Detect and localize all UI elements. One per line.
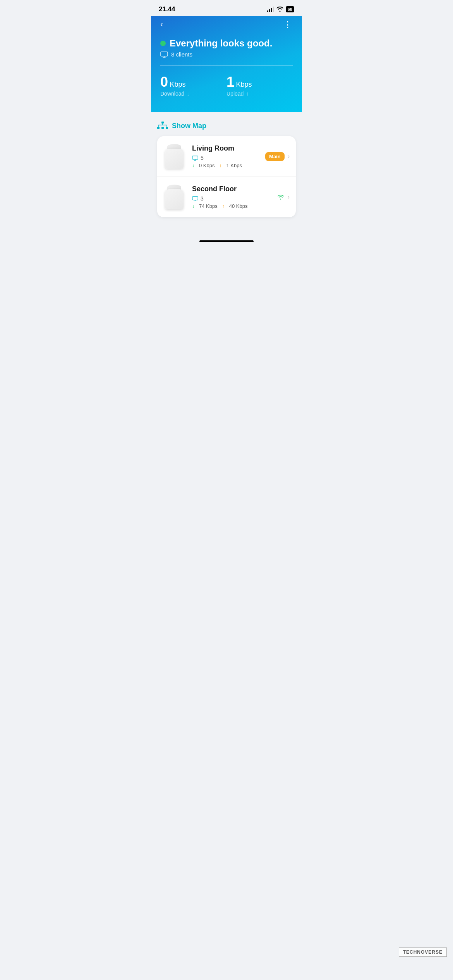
top-nav: ‹ ⋮ <box>160 16 293 38</box>
online-indicator <box>160 41 166 46</box>
node-image-second-floor <box>162 183 187 211</box>
node-info-living-room: Living Room 5 ↓ 0 Kbps ↑ 1 Kbps <box>192 144 260 168</box>
download-label-row: Download ↓ <box>160 91 226 97</box>
node-item-living-room[interactable]: Living Room 5 ↓ 0 Kbps ↑ 1 Kbps Main <box>157 136 296 176</box>
show-map-button[interactable]: Show Map <box>157 122 206 130</box>
upload-value: 1 Kbps <box>226 75 293 89</box>
node-clients-icon-second-floor <box>192 196 198 201</box>
chevron-right-icon-second-floor: › <box>288 194 290 200</box>
show-map-label: Show Map <box>172 122 206 130</box>
node-right-living-room: Main › <box>265 152 290 161</box>
node-clients-count-second-floor: 3 <box>201 195 204 202</box>
clients-line: 8 clients <box>160 51 293 58</box>
download-speed: 0 Kbps Download ↓ <box>160 75 226 97</box>
upload-arrow-icon: ↑ <box>246 91 249 97</box>
download-value: 0 Kbps <box>160 75 226 89</box>
status-bar: 21.44 68 <box>151 0 302 16</box>
network-map-icon <box>157 122 168 130</box>
signal-bars-icon <box>267 7 274 12</box>
nodes-card: Living Room 5 ↓ 0 Kbps ↑ 1 Kbps Main <box>157 136 296 217</box>
node-clients-second-floor: 3 <box>192 195 271 202</box>
download-arrow-icon: ↓ <box>187 91 189 97</box>
svg-rect-5 <box>192 156 198 159</box>
header-divider <box>160 65 293 66</box>
home-indicator <box>199 240 254 242</box>
clients-icon <box>160 51 168 58</box>
svg-rect-3 <box>161 127 164 129</box>
battery-indicator: 68 <box>286 6 294 12</box>
speed-row: 0 Kbps Download ↓ 1 Kbps Upload ↑ <box>160 75 293 97</box>
header-section: ‹ ⋮ Everything looks good. 8 clients 0 K… <box>151 16 302 112</box>
clients-count: 8 clients <box>171 51 192 58</box>
node-speed-living-room: ↓ 0 Kbps ↑ 1 Kbps <box>192 163 260 168</box>
back-button[interactable]: ‹ <box>160 20 163 29</box>
node-item-second-floor[interactable]: Second Floor 3 ↓ 74 Kbps ↑ 40 Kbps <box>157 176 296 217</box>
status-icons: 68 <box>267 6 294 13</box>
upload-label-row: Upload ↑ <box>226 91 293 97</box>
wifi-connected-icon-second-floor <box>277 194 285 200</box>
node-info-second-floor: Second Floor 3 ↓ 74 Kbps ↑ 40 Kbps <box>192 185 271 209</box>
chevron-right-icon-living-room: › <box>288 153 290 160</box>
upload-speed-living-room: 1 Kbps <box>226 163 242 168</box>
node-name-second-floor: Second Floor <box>192 185 271 193</box>
status-time: 21.44 <box>159 5 175 13</box>
main-content: Show Map Living Room 5 <box>151 112 302 233</box>
node-image-living-room <box>162 142 187 170</box>
network-status-line: Everything looks good. <box>160 38 293 49</box>
node-clients-living-room: 5 <box>192 155 260 161</box>
download-speed-second-floor: 74 Kbps <box>199 203 218 209</box>
node-right-second-floor: › <box>277 194 290 200</box>
upload-speed-second-floor: 40 Kbps <box>229 203 248 209</box>
upload-arrow-living-room: ↑ <box>219 163 221 168</box>
wifi-icon <box>276 6 283 13</box>
more-menu-button[interactable]: ⋮ <box>283 22 293 27</box>
status-message: Everything looks good. <box>170 38 272 49</box>
node-clients-icon-living-room <box>192 156 198 161</box>
svg-rect-0 <box>161 52 168 56</box>
download-arrow-living-room: ↓ <box>192 163 194 168</box>
svg-rect-6 <box>192 196 198 200</box>
node-name-living-room: Living Room <box>192 144 260 152</box>
download-speed-living-room: 0 Kbps <box>199 163 214 168</box>
node-clients-count-living-room: 5 <box>201 155 204 161</box>
main-badge: Main <box>265 152 285 161</box>
download-arrow-second-floor: ↓ <box>192 204 194 209</box>
upload-arrow-second-floor: ↑ <box>222 204 225 209</box>
node-speed-second-floor: ↓ 74 Kbps ↑ 40 Kbps <box>192 203 271 209</box>
upload-speed: 1 Kbps Upload ↑ <box>226 75 293 97</box>
